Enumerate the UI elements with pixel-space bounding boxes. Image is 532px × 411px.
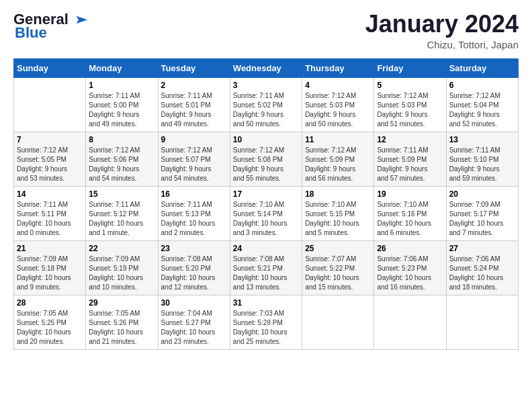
day-number: 20	[449, 189, 515, 199]
day-info: Sunrise: 7:11 AMSunset: 5:11 PMDaylight:…	[17, 200, 83, 238]
logo-blue: Blue	[15, 24, 47, 42]
week-row-1: 1Sunrise: 7:11 AMSunset: 5:00 PMDaylight…	[14, 77, 519, 132]
day-number: 28	[17, 298, 83, 308]
day-number: 18	[305, 189, 371, 199]
day-number: 25	[305, 244, 371, 253]
day-info: Sunrise: 7:12 AMSunset: 5:03 PMDaylight:…	[305, 91, 371, 129]
day-cell	[302, 295, 374, 349]
day-number: 13	[449, 135, 515, 144]
day-info: Sunrise: 7:09 AMSunset: 5:18 PMDaylight:…	[17, 255, 83, 292]
day-cell: 20Sunrise: 7:09 AMSunset: 5:17 PMDayligh…	[446, 186, 518, 240]
col-tuesday: Tuesday	[158, 58, 230, 77]
day-info: Sunrise: 7:09 AMSunset: 5:17 PMDaylight:…	[449, 200, 515, 238]
col-wednesday: Wednesday	[230, 58, 302, 77]
day-number: 31	[233, 298, 299, 308]
week-row-3: 14Sunrise: 7:11 AMSunset: 5:11 PMDayligh…	[14, 186, 519, 240]
day-number: 30	[161, 298, 227, 308]
day-number: 23	[161, 244, 227, 253]
calendar-body: 1Sunrise: 7:11 AMSunset: 5:00 PMDaylight…	[14, 77, 519, 349]
day-number: 27	[449, 244, 515, 253]
col-saturday: Saturday	[446, 58, 518, 77]
day-number: 9	[161, 135, 227, 144]
col-monday: Monday	[86, 58, 158, 77]
day-cell: 24Sunrise: 7:08 AMSunset: 5:21 PMDayligh…	[230, 240, 302, 295]
day-info: Sunrise: 7:12 AMSunset: 5:08 PMDaylight:…	[233, 146, 299, 183]
day-cell: 8Sunrise: 7:12 AMSunset: 5:06 PMDaylight…	[86, 132, 158, 186]
day-cell: 15Sunrise: 7:11 AMSunset: 5:12 PMDayligh…	[86, 186, 158, 240]
day-info: Sunrise: 7:12 AMSunset: 5:05 PMDaylight:…	[17, 146, 83, 183]
day-info: Sunrise: 7:11 AMSunset: 5:02 PMDaylight:…	[233, 91, 299, 129]
day-info: Sunrise: 7:09 AMSunset: 5:19 PMDaylight:…	[89, 255, 154, 292]
day-number: 8	[89, 135, 154, 144]
day-number: 24	[233, 244, 299, 253]
day-cell	[446, 295, 518, 349]
header-row: Sunday Monday Tuesday Wednesday Thursday…	[14, 58, 519, 77]
calendar-table: Sunday Monday Tuesday Wednesday Thursday…	[13, 58, 519, 350]
day-number: 7	[17, 135, 83, 144]
day-info: Sunrise: 7:10 AMSunset: 5:14 PMDaylight:…	[233, 200, 299, 238]
day-cell: 18Sunrise: 7:10 AMSunset: 5:15 PMDayligh…	[302, 186, 374, 240]
day-cell: 6Sunrise: 7:12 AMSunset: 5:04 PMDaylight…	[446, 77, 518, 132]
day-number: 14	[17, 189, 83, 199]
logo: General Blue	[13, 11, 89, 42]
day-info: Sunrise: 7:11 AMSunset: 5:01 PMDaylight:…	[161, 91, 227, 129]
header: General Blue January 2024 Chizu, Tottori…	[13, 11, 519, 50]
day-cell	[374, 295, 446, 349]
day-cell: 13Sunrise: 7:11 AMSunset: 5:10 PMDayligh…	[446, 132, 518, 186]
day-info: Sunrise: 7:12 AMSunset: 5:04 PMDaylight:…	[449, 91, 515, 129]
day-cell: 30Sunrise: 7:04 AMSunset: 5:27 PMDayligh…	[158, 295, 230, 349]
week-row-2: 7Sunrise: 7:12 AMSunset: 5:05 PMDaylight…	[14, 132, 519, 186]
day-info: Sunrise: 7:11 AMSunset: 5:09 PMDaylight:…	[377, 146, 443, 183]
day-cell: 14Sunrise: 7:11 AMSunset: 5:11 PMDayligh…	[14, 186, 86, 240]
day-cell: 19Sunrise: 7:10 AMSunset: 5:16 PMDayligh…	[374, 186, 446, 240]
day-number: 16	[161, 189, 227, 199]
day-cell: 7Sunrise: 7:12 AMSunset: 5:05 PMDaylight…	[14, 132, 86, 186]
day-number: 4	[305, 81, 371, 90]
day-number: 17	[233, 189, 299, 199]
day-number: 12	[377, 135, 443, 144]
title-block: January 2024 Chizu, Tottori, Japan	[365, 11, 519, 50]
day-cell: 26Sunrise: 7:06 AMSunset: 5:23 PMDayligh…	[374, 240, 446, 295]
day-info: Sunrise: 7:08 AMSunset: 5:21 PMDaylight:…	[233, 255, 299, 292]
day-cell: 3Sunrise: 7:11 AMSunset: 5:02 PMDaylight…	[230, 77, 302, 132]
day-number: 1	[89, 81, 154, 90]
day-number: 3	[233, 81, 299, 90]
col-sunday: Sunday	[14, 58, 86, 77]
day-info: Sunrise: 7:12 AMSunset: 5:09 PMDaylight:…	[305, 146, 371, 183]
day-info: Sunrise: 7:03 AMSunset: 5:28 PMDaylight:…	[233, 309, 299, 347]
day-cell: 22Sunrise: 7:09 AMSunset: 5:19 PMDayligh…	[86, 240, 158, 295]
day-info: Sunrise: 7:12 AMSunset: 5:03 PMDaylight:…	[377, 91, 443, 129]
day-cell: 10Sunrise: 7:12 AMSunset: 5:08 PMDayligh…	[230, 132, 302, 186]
day-info: Sunrise: 7:11 AMSunset: 5:00 PMDaylight:…	[89, 91, 154, 129]
day-cell: 27Sunrise: 7:06 AMSunset: 5:24 PMDayligh…	[446, 240, 518, 295]
day-info: Sunrise: 7:12 AMSunset: 5:07 PMDaylight:…	[161, 146, 227, 183]
week-row-5: 28Sunrise: 7:05 AMSunset: 5:25 PMDayligh…	[14, 295, 519, 349]
svg-marker-0	[76, 16, 87, 24]
day-cell: 16Sunrise: 7:11 AMSunset: 5:13 PMDayligh…	[158, 186, 230, 240]
day-cell: 5Sunrise: 7:12 AMSunset: 5:03 PMDaylight…	[374, 77, 446, 132]
day-info: Sunrise: 7:12 AMSunset: 5:06 PMDaylight:…	[89, 146, 154, 183]
day-info: Sunrise: 7:07 AMSunset: 5:22 PMDaylight:…	[305, 255, 371, 292]
day-cell: 4Sunrise: 7:12 AMSunset: 5:03 PMDaylight…	[302, 77, 374, 132]
week-row-4: 21Sunrise: 7:09 AMSunset: 5:18 PMDayligh…	[14, 240, 519, 295]
day-number: 11	[305, 135, 371, 144]
day-number: 19	[377, 189, 443, 199]
day-info: Sunrise: 7:11 AMSunset: 5:10 PMDaylight:…	[449, 146, 515, 183]
day-cell: 21Sunrise: 7:09 AMSunset: 5:18 PMDayligh…	[14, 240, 86, 295]
day-info: Sunrise: 7:10 AMSunset: 5:15 PMDaylight:…	[305, 200, 371, 238]
day-cell: 9Sunrise: 7:12 AMSunset: 5:07 PMDaylight…	[158, 132, 230, 186]
logo-arrow-icon	[70, 15, 89, 24]
day-cell: 28Sunrise: 7:05 AMSunset: 5:25 PMDayligh…	[14, 295, 86, 349]
day-info: Sunrise: 7:05 AMSunset: 5:26 PMDaylight:…	[89, 309, 154, 347]
col-thursday: Thursday	[302, 58, 374, 77]
day-info: Sunrise: 7:06 AMSunset: 5:24 PMDaylight:…	[449, 255, 515, 292]
day-info: Sunrise: 7:11 AMSunset: 5:13 PMDaylight:…	[161, 200, 227, 238]
location: Chizu, Tottori, Japan	[365, 39, 519, 50]
day-number: 29	[89, 298, 154, 308]
day-info: Sunrise: 7:05 AMSunset: 5:25 PMDaylight:…	[17, 309, 83, 347]
day-info: Sunrise: 7:11 AMSunset: 5:12 PMDaylight:…	[89, 200, 154, 238]
day-cell: 25Sunrise: 7:07 AMSunset: 5:22 PMDayligh…	[302, 240, 374, 295]
day-info: Sunrise: 7:10 AMSunset: 5:16 PMDaylight:…	[377, 200, 443, 238]
day-cell: 29Sunrise: 7:05 AMSunset: 5:26 PMDayligh…	[86, 295, 158, 349]
day-number: 10	[233, 135, 299, 144]
